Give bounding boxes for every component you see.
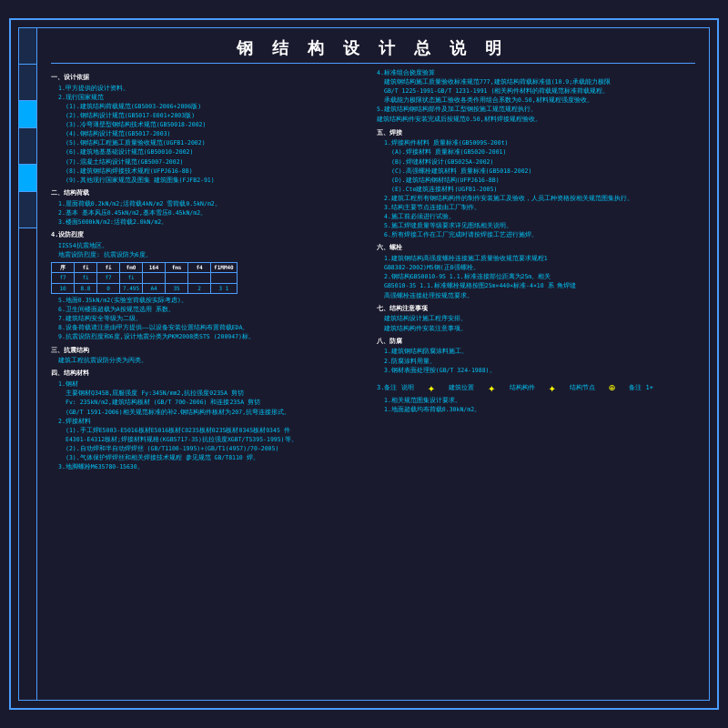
right-text: 2.钢结构GB50010-95 1.1.标准连接部位距离为25m。相关 <box>384 273 695 281</box>
bottom-label-5: 备注 1+ <box>629 384 653 393</box>
right-text: 2.建筑工程所有钢结构构件的制作安装施工及验收，人员工种资格按相关规范图集执行。 <box>384 195 695 203</box>
right-text: 1.相关规范图集设计要求。 <box>384 397 695 405</box>
left-text: 6.卫生间楼面超载为A按规范选用 系数。 <box>58 306 369 314</box>
side-accent-2 <box>19 165 36 192</box>
table-header: fi <box>97 262 120 272</box>
left-text: (4).钢结构设计规范(GB5017-2003) <box>66 130 369 138</box>
left-text: 8.设备荷载请注意由甲方提供——以设备安装位置结构布置荷载EDA。 <box>58 324 369 332</box>
side-block-3 <box>19 128 36 165</box>
left-column: 一、设计依据 1.甲方提供的设计资料。 2.现行国家规范 (1).建筑结构荷载规… <box>51 69 369 677</box>
section6-items: 1.钢材 主要钢材Q345B,屈服强度 Fy:345N/mm2,抗拉强度0235… <box>58 380 369 471</box>
right-section4-items: 1.建筑钢结构高强度螺栓连接施工质量验收规范要求规程1 GB8382-2002)… <box>384 255 695 299</box>
right-text: 1.地面超载均布荷载0.30kN/m2。 <box>384 406 695 414</box>
left-text: 1.甲方提供的设计资料。 <box>58 85 369 93</box>
left-text: (1).手工焊E5003-E5016板材E5016板材C0235板材0235板材… <box>66 427 369 435</box>
right-text: (E).Cte建筑连接材料(UGFB1-2005) <box>391 186 695 194</box>
left-text: (2).自动焊和半自动焊焊丝 (GB/T1100-1995)+(GB/T1(49… <box>66 445 369 453</box>
right-text: GB8382-2002)M5钢(正B强螺栓。 <box>384 264 695 272</box>
section3-title: 4.设防烈度 <box>51 231 369 240</box>
left-text: (6).建筑地基基础设计规范(GB50010-2002) <box>66 148 369 157</box>
side-panel <box>19 28 37 700</box>
right-text: (A).焊接材料 质量标准(GB5020-2001) <box>391 148 695 157</box>
side-block-1 <box>19 28 36 65</box>
table-cell: 10 <box>52 283 75 293</box>
table-cell: 3 1 <box>211 283 238 293</box>
right-section3-items: 1.焊接构件材料 质量标准(GB5009S-200t) (A).焊接材料 质量标… <box>384 139 695 239</box>
content-body: 一、设计依据 1.甲方提供的设计资料。 2.现行国家规范 (1).建筑结构荷载规… <box>51 69 695 677</box>
data-table-container: 序 fi fi fm0 164 fms f4 f1MM40 f7 <box>51 262 369 294</box>
section1-items: 1.甲方提供的设计资料。 2.现行国家规范 (1).建筑结构荷载规范(GB500… <box>58 85 369 185</box>
section3-items: IIS54抗震地区。 地震设防烈度: 抗震设防为6度。 <box>58 242 369 259</box>
right-text: 4.施工前必须进行试验。 <box>384 213 695 221</box>
table-cell: 7.495 <box>120 283 143 293</box>
side-accent-1 <box>19 101 36 128</box>
right-text: 1.焊接构件材料 质量标准(GB5009S-200t) <box>384 139 695 147</box>
table-cell <box>166 273 188 283</box>
section5-title: 三、抗震结构 <box>51 347 369 356</box>
left-text: E4301-E4312板材;焊接材料规格(KGB5717-35)抗拉强度XGBT… <box>66 436 369 444</box>
left-text: 2.焊接材料 <box>58 418 369 426</box>
right-text: (B).焊缝材料设计(GB5025A-2002) <box>391 158 695 167</box>
left-text: 地震设防烈度: 抗震设防为6度。 <box>58 251 369 259</box>
section2-items: 1.屋面荷载0.2kN/m2;活荷载4kN/m2 雪荷载0.5kN/m2。 2.… <box>58 200 369 227</box>
table-cell: 35 <box>166 283 188 293</box>
table-cell: f7 <box>97 273 120 283</box>
right-text: 1.建筑钢结构高强度螺栓连接施工质量验收规范要求规程1 <box>384 255 695 263</box>
right-section1-items: 建筑钢结构施工质量验收标准规范777,建筑结构荷载标准值(10.9;承载能力极限… <box>384 78 695 105</box>
right-text: 1.建筑钢结构防腐涂料施工。 <box>384 348 695 356</box>
right-section6-items: 1.建筑钢结构防腐涂料施工。 2.防腐涂料用量。 3.钢材表面处理按(GB/T … <box>384 348 695 374</box>
right-section5-items: 建筑结构设计施工程序安排。 建筑结构构件安装注意事项。 <box>384 315 695 332</box>
table-header: f1MM40 <box>211 262 238 272</box>
right-section3-title: 五、焊接 <box>377 129 695 138</box>
bottom-label-3: 结构构件 <box>510 384 535 393</box>
right-text: 5.施工焊缝质量等级要求详见图纸相关说明。 <box>384 222 695 230</box>
main-content: 钢 结 构 设 计 总 说 明 一、设计依据 1.甲方提供的设计资料。 2.现行… <box>37 28 709 700</box>
left-text: 1.屋面荷载0.2kN/m2;活荷载4kN/m2 雪荷载0.5kN/m2。 <box>58 200 369 208</box>
left-text: (8).建筑钢结构焊接技术规程(UFPJ616-8B) <box>66 167 369 176</box>
cross-symbol-2: ✦ <box>549 379 556 398</box>
bottom-items: 1.相关规范图集设计要求。 1.地面超载均布荷载0.30kN/m2。 <box>384 397 695 414</box>
table-header: fm0 <box>120 262 143 272</box>
bottom-symbols-row: 3.备注 说明 ✦ 建筑位置 ✦ 结构构件 ✦ 结构节点 ⊕ 备注 1+ <box>377 379 695 398</box>
right-section5-title: 七、结构注意事项 <box>377 305 695 314</box>
table-cell <box>188 273 211 283</box>
right-text: 2.防腐涂料用量。 <box>384 358 695 366</box>
left-text: 建筑工程抗震设防分类为丙类。 <box>58 357 369 365</box>
right-text: (C).高强螺栓建筑材料 质量标准(GB5018-2002) <box>391 167 695 176</box>
left-text: (3).冷弯薄壁型钢结构技术规范(GB50018-2002) <box>66 121 369 129</box>
table-cell: f7 <box>52 273 75 283</box>
right-text: 高强螺栓连接处理按规范要求。 <box>384 292 695 300</box>
left-text: (5).钢结构工程施工质量验收规范(UGFB1-2002) <box>66 139 369 147</box>
right-text: 建筑结构构件安装注意事项。 <box>384 325 695 333</box>
left-text: (1).建筑结构荷载规范(GB5003-2006+2006版) <box>66 103 369 111</box>
left-text: 2.现行国家规范 <box>58 94 369 102</box>
left-text: (GB/T 1591-2006)相关规范标准的补2.钢结构构件板材为207,抗弯… <box>66 409 369 417</box>
table-cell: 8.8 <box>75 283 97 293</box>
right-text: 建筑钢结构施工质量验收标准规范777,建筑结构荷载标准值(10.9;承载能力极限 <box>384 78 695 86</box>
left-text: (3).气体保护焊焊丝和相关焊接技术规程 参见规范 GB/T8110 焊。 <box>66 454 369 462</box>
side-block-2 <box>19 65 36 101</box>
table-header: f4 <box>188 262 211 272</box>
left-text: 3.楼面5000kN/m2:活荷载2.0kN/m2。 <box>58 218 369 227</box>
star-symbol-1: ✦ <box>428 379 435 398</box>
right-column: 4.标准组合挠度验算 建筑钢结构施工质量验收标准规范777,建筑结构荷载标准值(… <box>377 69 695 677</box>
right-text: (D).建筑结构钢材结构(UFPJ616-8B) <box>391 177 695 185</box>
cross-symbol-1: ✦ <box>488 379 495 398</box>
left-text: (7).混凝土结构设计规范(GB5007-2002) <box>66 158 369 167</box>
left-text: 主要钢材Q345B,屈服强度 Fy:345N/mm2,抗拉强度0235A 剪切 <box>66 389 369 398</box>
bottom-label-2: 建筑位置 <box>449 384 474 393</box>
table-header: fms <box>166 262 188 272</box>
left-text: 5.地面0.35kN/m2(实验室荷载按实际考虑)。 <box>58 297 369 305</box>
section5-items: 建筑工程抗震设防分类为丙类。 <box>58 357 369 365</box>
inner-frame: 钢 结 构 设 计 总 说 明 一、设计依据 1.甲方提供的设计资料。 2.现行… <box>18 27 710 701</box>
table-cell: 2 <box>188 283 211 293</box>
right-text: 5.建筑结构钢结构部件及加工型钢按施工规范规程执行。 <box>377 106 695 114</box>
right-text: GB5010-35 1.1.标准螺栓规格按图25m×440×标准-4×10 系 … <box>384 282 695 290</box>
left-text: (9).其他现行国家规范及图集 建筑图集(FJFB2-91) <box>66 177 369 185</box>
table-cell <box>143 273 166 283</box>
right-text: 建筑结构构件安装完成后按规范0.50,材料焊接规程验收。 <box>377 116 695 124</box>
bottom-label-4: 结构节点 <box>570 384 595 393</box>
title-section: 钢 结 构 设 计 总 说 明 <box>51 37 695 64</box>
left-text: 9.抗震设防烈度和6度,设计地震分类为PKM2008类STS (200947)标… <box>58 333 369 341</box>
right-text: 承载能力极限状态施工验收各类作用组合系数为0.50,材料规程强度验收。 <box>384 96 695 105</box>
